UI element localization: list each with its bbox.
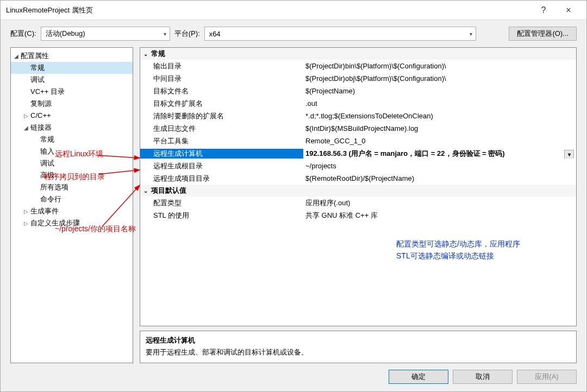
tree-item[interactable]: 所有选项: [11, 181, 133, 193]
property-section-header[interactable]: ⌄项目默认值: [140, 185, 576, 197]
property-name: STL 的使用: [140, 211, 303, 220]
description-title: 远程生成计算机: [146, 336, 571, 345]
tree-item[interactable]: ◢链接器: [11, 122, 133, 134]
platform-label: 平台(P):: [174, 29, 200, 39]
property-name: 中间目录: [140, 74, 303, 84]
tree-item[interactable]: 复制源: [11, 98, 133, 110]
tree-item-label: C/C++: [30, 111, 51, 119]
platform-dropdown[interactable]: x64 ▾: [204, 27, 476, 41]
property-name: 远程生成项目目录: [140, 174, 303, 184]
property-name: 输出目录: [140, 61, 303, 71]
cancel-button[interactable]: 取消: [453, 370, 513, 384]
property-name: 生成日志文件: [140, 124, 303, 134]
close-button[interactable]: ×: [556, 5, 581, 15]
tree-item-label: 自定义生成步骤: [30, 219, 80, 227]
property-value[interactable]: ~/projects: [303, 162, 576, 170]
tree-item[interactable]: ◢配置属性: [11, 50, 133, 62]
property-row[interactable]: 平台工具集Remote_GCC_1_0: [140, 135, 576, 147]
tree-item[interactable]: 常规: [11, 134, 133, 146]
tree-item-label: 常规: [40, 135, 54, 143]
tree-item[interactable]: 命令行: [11, 193, 133, 205]
description-text: 要用于远程生成、部署和调试的目标计算机或设备。: [146, 347, 571, 357]
help-button[interactable]: ?: [531, 5, 556, 15]
titlebar: LinuxRemoteProject 属性页 ? ×: [1, 1, 586, 20]
apply-button[interactable]: 应用(A): [517, 370, 577, 384]
property-value[interactable]: $(IntDir)$(MSBuildProjectName).log: [303, 124, 576, 132]
platform-value: x64: [209, 30, 221, 38]
property-value[interactable]: 共享 GNU 标准 C++ 库: [303, 211, 576, 220]
property-value[interactable]: $(ProjectDir)obj\$(Platform)\$(Configura…: [303, 74, 576, 83]
chevron-down-icon: ▾: [470, 31, 472, 37]
property-row[interactable]: 远程生成计算机192.168.56.3 (用户名 = manjaro，端口 = …: [140, 147, 576, 160]
tree-item-label: 链接器: [30, 123, 52, 131]
tree-item[interactable]: 高级: [11, 169, 133, 181]
property-name: 配置类型: [140, 198, 303, 208]
content-area: ◢配置属性常规调试VC++ 目录复制源▷C/C++◢链接器常规输入调试高级所有选…: [1, 47, 586, 363]
property-row[interactable]: 生成日志文件$(IntDir)$(MSBuildProjectName).log: [140, 122, 576, 135]
property-name: 平台工具集: [140, 136, 303, 146]
description-box: 远程生成计算机 要用于远程生成、部署和调试的目标计算机或设备。: [140, 331, 577, 363]
config-manager-button[interactable]: 配置管理器(O)...: [509, 27, 577, 41]
category-tree[interactable]: ◢配置属性常规调试VC++ 目录复制源▷C/C++◢链接器常规输入调试高级所有选…: [10, 47, 133, 363]
property-grid[interactable]: ⌄常规输出目录$(ProjectDir)bin\$(Platform)\$(Co…: [140, 47, 577, 326]
expander-icon: ◢: [14, 50, 21, 62]
toolbar: 配置(C): 活动(Debug) ▾ 平台(P): x64 ▾ 配置管理器(O)…: [1, 20, 586, 47]
property-value[interactable]: 192.168.56.3 (用户名 = manjaro，端口 = 22，身份验证…: [303, 149, 576, 159]
property-name: 目标文件扩展名: [140, 99, 303, 109]
tree-item-label: 生成事件: [30, 207, 59, 215]
main-panel: ⌄常规输出目录$(ProjectDir)bin\$(Platform)\$(Co…: [140, 47, 577, 363]
property-value[interactable]: 应用程序(.out): [303, 198, 576, 208]
expander-icon: ▷: [24, 206, 30, 218]
property-value[interactable]: $(RemoteRootDir)/$(ProjectName): [303, 174, 576, 182]
tree-item-label: 常规: [30, 64, 45, 72]
property-row[interactable]: 目标文件扩展名.out: [140, 97, 576, 110]
property-value[interactable]: *.d;*.tlog;$(ExtensionsToDeleteOnClean): [303, 112, 576, 120]
tree-item[interactable]: 输入: [11, 146, 133, 157]
property-row[interactable]: 中间目录$(ProjectDir)obj\$(Platform)\$(Confi…: [140, 72, 576, 85]
tree-item-label: 调试: [40, 159, 54, 167]
config-label: 配置(C):: [10, 29, 36, 39]
property-value[interactable]: Remote_GCC_1_0: [303, 137, 576, 145]
property-value[interactable]: $(ProjectName): [303, 87, 576, 95]
dropdown-button[interactable]: ▾: [564, 150, 574, 159]
tree-item-label: 配置属性: [21, 52, 49, 60]
property-row[interactable]: STL 的使用共享 GNU 标准 C++ 库: [140, 209, 576, 222]
ok-button[interactable]: 确定: [389, 370, 448, 384]
property-section-header[interactable]: ⌄常规: [140, 48, 576, 60]
tree-item-label: 命令行: [40, 195, 61, 203]
tree-item[interactable]: ▷生成事件: [11, 205, 133, 217]
property-row[interactable]: 配置类型应用程序(.out): [140, 197, 576, 209]
property-name: 清除时要删除的扩展名: [140, 111, 303, 121]
config-dropdown[interactable]: 活动(Debug) ▾: [41, 27, 170, 41]
tree-item[interactable]: 调试: [11, 157, 133, 169]
tree-item[interactable]: 常规: [11, 62, 133, 74]
property-row[interactable]: 清除时要删除的扩展名*.d;*.tlog;$(ExtensionsToDelet…: [140, 110, 576, 122]
config-value: 活动(Debug): [46, 29, 85, 39]
property-page-dialog: LinuxRemoteProject 属性页 ? × 配置(C): 活动(Deb…: [0, 0, 587, 392]
property-value[interactable]: $(ProjectDir)bin\$(Platform)\$(Configura…: [303, 62, 576, 70]
tree-item-label: 所有选项: [40, 183, 68, 191]
section-title: 常规: [151, 49, 165, 59]
section-title: 项目默认值: [151, 186, 186, 195]
chevron-down-icon: ⌄: [143, 51, 151, 57]
tree-item-label: 高级: [40, 171, 54, 179]
footer: 确定 取消 应用(A): [1, 363, 586, 391]
chevron-down-icon: ▾: [164, 31, 166, 37]
tree-item[interactable]: VC++ 目录: [11, 86, 133, 98]
property-row[interactable]: 远程生成根目录~/projects: [140, 160, 576, 172]
tree-item-label: VC++ 目录: [30, 87, 65, 96]
tree-item-label: 输入: [40, 147, 54, 155]
property-row[interactable]: 目标文件名$(ProjectName): [140, 85, 576, 97]
property-row[interactable]: 远程生成项目目录$(RemoteRootDir)/$(ProjectName): [140, 172, 576, 185]
property-name: 目标文件名: [140, 86, 303, 96]
tree-item[interactable]: ▷自定义生成步骤: [11, 217, 133, 229]
property-name: 远程生成计算机: [140, 149, 303, 159]
tree-item[interactable]: ▷C/C++: [11, 110, 133, 122]
chevron-down-icon: ⌄: [143, 188, 151, 194]
expander-icon: ▷: [24, 218, 30, 230]
tree-item-label: 复制源: [30, 99, 52, 108]
tree-item[interactable]: 调试: [11, 74, 133, 86]
property-value[interactable]: .out: [303, 99, 576, 108]
expander-icon: ▷: [24, 110, 30, 122]
property-row[interactable]: 输出目录$(ProjectDir)bin\$(Platform)\$(Confi…: [140, 60, 576, 72]
